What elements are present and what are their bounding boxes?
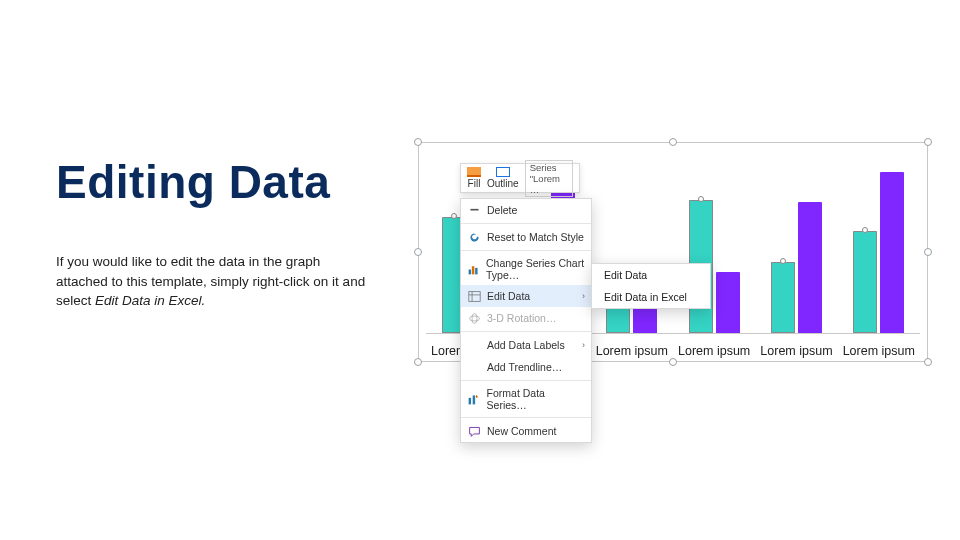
fill-label: Fill [468, 178, 481, 189]
bar[interactable] [771, 262, 795, 333]
svg-rect-0 [470, 208, 478, 210]
chevron-right-icon: › [582, 291, 585, 301]
instruction-ital: Edit Data in Excel. [95, 293, 205, 308]
context-menu: DeleteReset to Match StyleChange Series … [460, 198, 592, 443]
resize-handle[interactable] [414, 358, 422, 366]
menu-item-edit-data[interactable]: Edit Data› [461, 285, 591, 307]
context-submenu: Edit DataXEdit Data in Excel [591, 263, 711, 309]
menu-item-label: Reset to Match Style [487, 231, 584, 243]
menu-item-new-comment[interactable]: New Comment [461, 420, 591, 442]
svg-rect-4 [468, 291, 479, 301]
menu-item-label: Change Series Chart Type… [486, 257, 585, 281]
selection-dot [862, 227, 868, 233]
menu-item-add-trendline[interactable]: Add Trendline… [461, 356, 591, 378]
submenu-item-label: Edit Data in Excel [604, 291, 687, 303]
menu-separator [461, 223, 591, 224]
svg-rect-1 [469, 269, 471, 274]
selection-dot [780, 258, 786, 264]
instruction-text: If you would like to edit the data in th… [56, 252, 366, 311]
menu-item-label: 3-D Rotation… [487, 312, 556, 324]
menu-separator [461, 380, 591, 381]
menu-separator [461, 250, 591, 251]
resize-handle[interactable] [669, 358, 677, 366]
resize-handle[interactable] [924, 248, 932, 256]
menu-item-change-series-chart-type[interactable]: Change Series Chart Type… [461, 253, 591, 285]
menu-item-reset-to-match-style[interactable]: Reset to Match Style [461, 226, 591, 248]
outline-icon [496, 167, 510, 177]
outline-button[interactable]: Outline [487, 167, 519, 189]
svg-point-7 [469, 316, 479, 321]
menu-separator [461, 417, 591, 418]
rotation3d-icon [467, 311, 481, 325]
x-tick-label: Lorem ipsum [760, 344, 832, 358]
bar[interactable] [716, 272, 740, 333]
menu-separator [461, 331, 591, 332]
bar-group[interactable] [842, 172, 916, 334]
menu-item-label: Add Data Labels [487, 339, 565, 351]
menu-item-label: New Comment [487, 425, 556, 437]
chart-type-icon [467, 262, 480, 276]
resize-handle[interactable] [924, 358, 932, 366]
blank-icon [467, 360, 481, 374]
x-tick-label: Lorem ipsum [843, 344, 915, 358]
resize-handle[interactable] [414, 138, 422, 146]
menu-item-label: Format Data Series… [487, 387, 585, 411]
comment-icon [467, 424, 481, 438]
x-tick-label: Lorem ipsum [678, 344, 750, 358]
chevron-right-icon: › [582, 340, 585, 350]
bar[interactable] [880, 172, 904, 334]
blank-icon [467, 338, 481, 352]
menu-item-d-rotation: 3-D Rotation… [461, 307, 591, 329]
format-series-icon [467, 392, 481, 406]
outline-label: Outline [487, 178, 519, 189]
menu-item-label: Edit Data [487, 290, 530, 302]
selection-dot [451, 213, 457, 219]
edit-data-icon [467, 289, 481, 303]
bar-group[interactable] [759, 202, 833, 333]
submenu-item-edit-data-in-excel[interactable]: XEdit Data in Excel [592, 286, 710, 308]
delete-icon [467, 203, 481, 217]
menu-item-label: Add Trendline… [487, 361, 562, 373]
svg-rect-3 [475, 267, 477, 274]
menu-item-label: Delete [487, 204, 517, 216]
menu-item-format-data-series[interactable]: Format Data Series… [461, 383, 591, 415]
bar[interactable] [853, 231, 877, 333]
svg-rect-9 [469, 397, 471, 404]
series-selector[interactable]: Series "Lorem … [525, 160, 573, 197]
submenu-item-label: Edit Data [604, 269, 647, 281]
menu-item-add-data-labels[interactable]: Add Data Labels› [461, 334, 591, 356]
svg-rect-2 [472, 266, 474, 274]
mini-toolbar: Fill Outline Series "Lorem … [460, 163, 580, 193]
x-tick-label: Lorem ipsum [596, 344, 668, 358]
svg-point-8 [472, 313, 477, 323]
selection-dot [698, 196, 704, 202]
fill-icon [467, 167, 481, 177]
menu-item-delete[interactable]: Delete [461, 199, 591, 221]
submenu-item-edit-data[interactable]: Edit Data [592, 264, 710, 286]
reset-icon [467, 230, 481, 244]
page-title: Editing Data [56, 155, 330, 209]
resize-handle[interactable] [924, 138, 932, 146]
fill-button[interactable]: Fill [467, 167, 481, 189]
resize-handle[interactable] [669, 138, 677, 146]
resize-handle[interactable] [414, 248, 422, 256]
bar[interactable] [798, 202, 822, 333]
svg-rect-10 [473, 395, 475, 404]
